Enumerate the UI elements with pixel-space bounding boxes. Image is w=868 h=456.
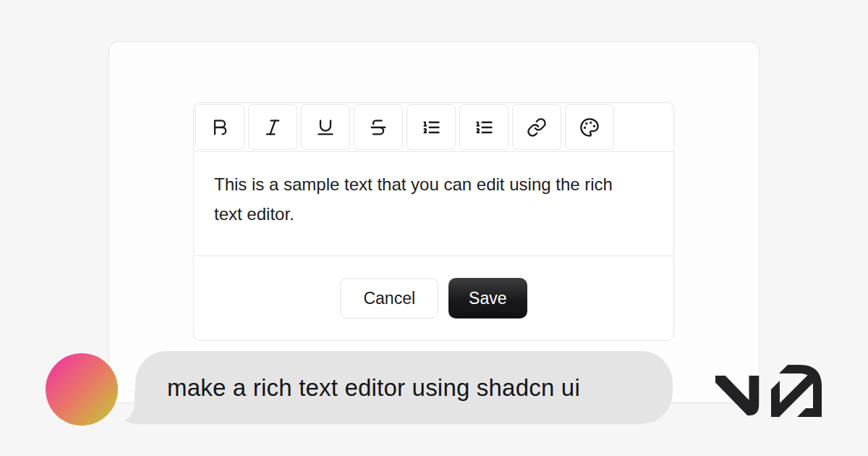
strikethrough-icon — [368, 117, 388, 138]
ordered-list-button[interactable] — [407, 104, 456, 150]
cancel-button[interactable]: Cancel — [340, 278, 438, 318]
underline-icon — [315, 117, 336, 138]
palette-icon — [579, 117, 600, 138]
link-icon — [527, 117, 547, 138]
ordered-list-icon — [421, 117, 441, 138]
prompt-text: make a rich text editor using shadcn ui — [167, 374, 580, 402]
link-button[interactable] — [512, 104, 561, 150]
save-button[interactable]: Save — [448, 278, 527, 318]
v0-logo-v-glyph — [715, 376, 769, 415]
underline-button[interactable] — [301, 104, 350, 150]
italic-button[interactable] — [248, 104, 297, 150]
ordered-list-button-2[interactable] — [459, 104, 509, 150]
ordered-list-icon — [474, 117, 494, 138]
prompt-bubble: make a rich text editor using shadcn ui — [135, 351, 673, 424]
strikethrough-button[interactable] — [354, 104, 403, 150]
editor-footer: Cancel Save — [194, 256, 673, 340]
italic-icon — [263, 117, 283, 138]
user-avatar — [46, 353, 118, 426]
editor-content[interactable]: This is a sample text that you can edit … — [194, 152, 673, 256]
editor-toolbar — [194, 103, 673, 152]
bold-icon — [210, 117, 230, 138]
bold-button[interactable] — [195, 104, 244, 150]
v0-logo-zero-glyph — [771, 365, 822, 417]
rich-text-editor: This is a sample text that you can edit … — [193, 102, 674, 341]
palette-button[interactable] — [565, 104, 614, 150]
